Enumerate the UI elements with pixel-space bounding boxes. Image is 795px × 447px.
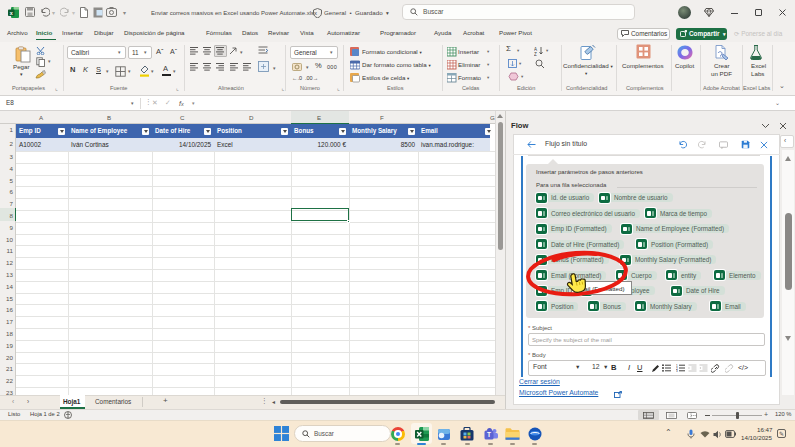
- svg-text:Z: Z: [534, 52, 537, 56]
- svg-text:3: 3: [676, 369, 678, 372]
- svg-text:A: A: [534, 47, 537, 52]
- svg-text:T: T: [487, 431, 491, 438]
- svg-text:✎: ✎: [779, 431, 784, 437]
